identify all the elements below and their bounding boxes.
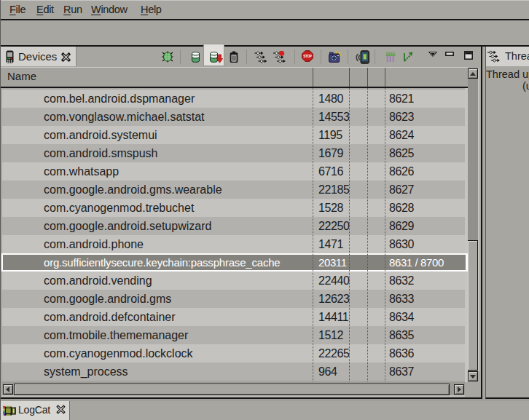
svg-text:STOP: STOP xyxy=(303,55,312,58)
